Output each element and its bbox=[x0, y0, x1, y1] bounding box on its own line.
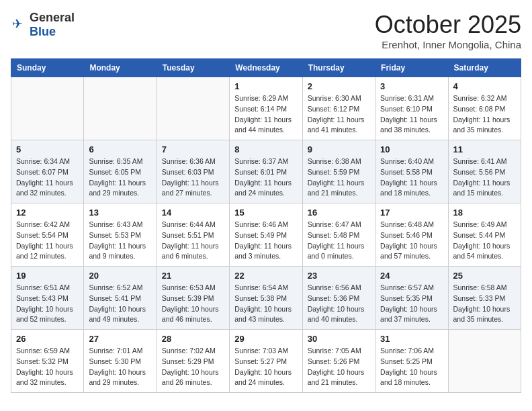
calendar-cell: 19Sunrise: 6:51 AMSunset: 5:43 PMDayligh… bbox=[11, 267, 84, 330]
calendar-cell: 10Sunrise: 6:40 AMSunset: 5:58 PMDayligh… bbox=[375, 140, 448, 203]
weekday-header-tuesday: Tuesday bbox=[157, 59, 229, 77]
day-number: 30 bbox=[308, 334, 370, 344]
day-info: Sunrise: 6:47 AMSunset: 5:48 PMDaylight:… bbox=[308, 220, 370, 262]
calendar-cell: 9Sunrise: 6:38 AMSunset: 5:59 PMDaylight… bbox=[302, 140, 375, 203]
day-number: 8 bbox=[234, 144, 297, 154]
logo: ✈ General Blue bbox=[11, 11, 75, 39]
day-info: Sunrise: 6:31 AMSunset: 6:10 PMDaylight:… bbox=[380, 93, 443, 136]
calendar-cell: 23Sunrise: 6:56 AMSunset: 5:36 PMDayligh… bbox=[302, 267, 375, 330]
weekday-header-sunday: Sunday bbox=[11, 59, 84, 77]
day-info: Sunrise: 6:52 AMSunset: 5:41 PMDaylight:… bbox=[89, 283, 151, 325]
week-row-1: 1Sunrise: 6:29 AMSunset: 6:14 PMDaylight… bbox=[11, 77, 521, 140]
logo-icon: ✈ bbox=[11, 17, 27, 33]
day-number: 1 bbox=[234, 81, 297, 91]
calendar-cell: 25Sunrise: 6:58 AMSunset: 5:33 PMDayligh… bbox=[448, 267, 521, 330]
weekday-header-friday: Friday bbox=[375, 59, 448, 77]
weekday-header-saturday: Saturday bbox=[448, 59, 521, 77]
day-number: 27 bbox=[89, 334, 151, 344]
day-number: 3 bbox=[380, 81, 443, 91]
day-info: Sunrise: 6:41 AMSunset: 5:56 PMDaylight:… bbox=[453, 156, 516, 199]
calendar-cell: 1Sunrise: 6:29 AMSunset: 6:14 PMDaylight… bbox=[230, 77, 302, 140]
calendar-cell: 29Sunrise: 7:03 AMSunset: 5:27 PMDayligh… bbox=[230, 330, 302, 393]
calendar-cell: 15Sunrise: 6:46 AMSunset: 5:49 PMDayligh… bbox=[230, 203, 302, 267]
week-row-3: 12Sunrise: 6:42 AMSunset: 5:54 PMDayligh… bbox=[11, 203, 521, 267]
day-number: 4 bbox=[453, 81, 516, 91]
day-number: 22 bbox=[234, 271, 297, 281]
calendar-cell bbox=[11, 77, 84, 140]
day-number: 5 bbox=[16, 144, 79, 154]
calendar-cell: 22Sunrise: 6:54 AMSunset: 5:38 PMDayligh… bbox=[230, 267, 302, 330]
day-info: Sunrise: 6:43 AMSunset: 5:53 PMDaylight:… bbox=[89, 220, 151, 262]
day-info: Sunrise: 6:46 AMSunset: 5:49 PMDaylight:… bbox=[234, 220, 297, 262]
title-area: October 2025 Erenhot, Inner Mongolia, Ch… bbox=[375, 11, 521, 50]
day-number: 28 bbox=[162, 334, 224, 344]
day-info: Sunrise: 7:02 AMSunset: 5:29 PMDaylight:… bbox=[162, 346, 224, 388]
day-info: Sunrise: 6:35 AMSunset: 6:05 PMDaylight:… bbox=[89, 156, 151, 199]
logo-general: General bbox=[30, 11, 75, 24]
day-info: Sunrise: 6:48 AMSunset: 5:46 PMDaylight:… bbox=[380, 220, 443, 262]
day-info: Sunrise: 6:56 AMSunset: 5:36 PMDaylight:… bbox=[308, 283, 370, 325]
day-number: 14 bbox=[162, 208, 224, 218]
day-info: Sunrise: 6:37 AMSunset: 6:01 PMDaylight:… bbox=[234, 156, 297, 199]
day-number: 26 bbox=[16, 334, 79, 344]
day-info: Sunrise: 6:53 AMSunset: 5:39 PMDaylight:… bbox=[162, 283, 224, 325]
day-info: Sunrise: 6:59 AMSunset: 5:32 PMDaylight:… bbox=[16, 346, 79, 388]
location-subtitle: Erenhot, Inner Mongolia, China bbox=[375, 39, 521, 50]
day-info: Sunrise: 7:01 AMSunset: 5:30 PMDaylight:… bbox=[89, 346, 151, 388]
day-number: 17 bbox=[380, 208, 443, 218]
day-info: Sunrise: 6:57 AMSunset: 5:35 PMDaylight:… bbox=[380, 283, 443, 325]
calendar-cell: 18Sunrise: 6:49 AMSunset: 5:44 PMDayligh… bbox=[448, 203, 521, 267]
calendar-cell: 12Sunrise: 6:42 AMSunset: 5:54 PMDayligh… bbox=[11, 203, 84, 267]
day-info: Sunrise: 6:36 AMSunset: 6:03 PMDaylight:… bbox=[162, 156, 224, 199]
calendar-cell: 4Sunrise: 6:32 AMSunset: 6:08 PMDaylight… bbox=[448, 77, 521, 140]
calendar-cell: 11Sunrise: 6:41 AMSunset: 5:56 PMDayligh… bbox=[448, 140, 521, 203]
day-number: 29 bbox=[234, 334, 297, 344]
day-info: Sunrise: 6:29 AMSunset: 6:14 PMDaylight:… bbox=[234, 93, 297, 136]
calendar-cell: 28Sunrise: 7:02 AMSunset: 5:29 PMDayligh… bbox=[157, 330, 229, 393]
calendar-cell: 13Sunrise: 6:43 AMSunset: 5:53 PMDayligh… bbox=[84, 203, 157, 267]
day-info: Sunrise: 6:51 AMSunset: 5:43 PMDaylight:… bbox=[16, 283, 79, 325]
day-info: Sunrise: 7:06 AMSunset: 5:25 PMDaylight:… bbox=[380, 346, 443, 388]
calendar-cell: 26Sunrise: 6:59 AMSunset: 5:32 PMDayligh… bbox=[11, 330, 84, 393]
logo-blue: Blue bbox=[30, 25, 56, 38]
day-info: Sunrise: 6:30 AMSunset: 6:12 PMDaylight:… bbox=[308, 93, 370, 136]
calendar-cell: 31Sunrise: 7:06 AMSunset: 5:25 PMDayligh… bbox=[375, 330, 448, 393]
day-number: 6 bbox=[89, 144, 151, 154]
day-info: Sunrise: 7:05 AMSunset: 5:26 PMDaylight:… bbox=[308, 346, 370, 388]
week-row-4: 19Sunrise: 6:51 AMSunset: 5:43 PMDayligh… bbox=[11, 267, 521, 330]
calendar-cell: 21Sunrise: 6:53 AMSunset: 5:39 PMDayligh… bbox=[157, 267, 229, 330]
weekday-header-row: SundayMondayTuesdayWednesdayThursdayFrid… bbox=[11, 59, 521, 77]
day-number: 9 bbox=[308, 144, 370, 154]
weekday-header-wednesday: Wednesday bbox=[230, 59, 302, 77]
calendar-cell: 2Sunrise: 6:30 AMSunset: 6:12 PMDaylight… bbox=[302, 77, 375, 140]
calendar-cell bbox=[448, 330, 521, 393]
calendar-cell: 30Sunrise: 7:05 AMSunset: 5:26 PMDayligh… bbox=[302, 330, 375, 393]
week-row-5: 26Sunrise: 6:59 AMSunset: 5:32 PMDayligh… bbox=[11, 330, 521, 393]
calendar-cell: 5Sunrise: 6:34 AMSunset: 6:07 PMDaylight… bbox=[11, 140, 84, 203]
calendar-cell: 7Sunrise: 6:36 AMSunset: 6:03 PMDaylight… bbox=[157, 140, 229, 203]
day-number: 25 bbox=[453, 271, 516, 281]
day-number: 19 bbox=[16, 271, 79, 281]
day-info: Sunrise: 6:49 AMSunset: 5:44 PMDaylight:… bbox=[453, 220, 516, 262]
day-number: 15 bbox=[234, 208, 297, 218]
calendar-cell: 20Sunrise: 6:52 AMSunset: 5:41 PMDayligh… bbox=[84, 267, 157, 330]
day-number: 16 bbox=[308, 208, 370, 218]
day-number: 7 bbox=[162, 144, 224, 154]
day-number: 21 bbox=[162, 271, 224, 281]
calendar-cell: 3Sunrise: 6:31 AMSunset: 6:10 PMDaylight… bbox=[375, 77, 448, 140]
header: ✈ General Blue October 2025 Erenhot, Inn… bbox=[11, 11, 521, 50]
day-number: 31 bbox=[380, 334, 443, 344]
day-info: Sunrise: 6:44 AMSunset: 5:51 PMDaylight:… bbox=[162, 220, 224, 262]
calendar-cell: 6Sunrise: 6:35 AMSunset: 6:05 PMDaylight… bbox=[84, 140, 157, 203]
day-number: 13 bbox=[89, 208, 151, 218]
day-info: Sunrise: 6:54 AMSunset: 5:38 PMDaylight:… bbox=[234, 283, 297, 325]
calendar-cell: 17Sunrise: 6:48 AMSunset: 5:46 PMDayligh… bbox=[375, 203, 448, 267]
day-info: Sunrise: 6:58 AMSunset: 5:33 PMDaylight:… bbox=[453, 283, 516, 325]
calendar-cell bbox=[84, 77, 157, 140]
day-number: 18 bbox=[453, 208, 516, 218]
weekday-header-thursday: Thursday bbox=[302, 59, 375, 77]
day-info: Sunrise: 6:38 AMSunset: 5:59 PMDaylight:… bbox=[308, 156, 370, 199]
day-number: 11 bbox=[453, 144, 516, 154]
day-number: 23 bbox=[308, 271, 370, 281]
calendar-cell: 14Sunrise: 6:44 AMSunset: 5:51 PMDayligh… bbox=[157, 203, 229, 267]
